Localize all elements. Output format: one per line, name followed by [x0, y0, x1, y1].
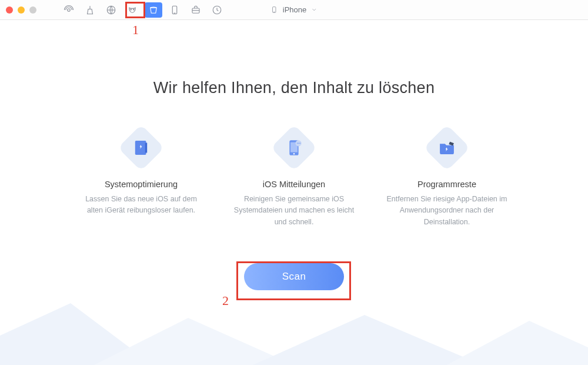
feature-desc: Reinigen Sie gemeinsame iOS Systemdateie… [229, 194, 359, 228]
brush-icon[interactable] [81, 2, 99, 18]
svg-point-2 [131, 9, 132, 10]
feature-desc: Entfernen Sie riesige App-Dateien im Anw… [382, 194, 512, 228]
feature-title: Programmreste [417, 180, 476, 189]
svg-point-18 [298, 143, 299, 144]
svg-rect-12 [145, 143, 147, 153]
globe-icon[interactable] [102, 2, 120, 18]
svg-point-3 [133, 9, 135, 10]
scan-area: Scan [0, 263, 588, 290]
svg-point-15 [293, 153, 295, 154]
feature-system-optimization: Systemoptimierung Lassen Sie das neue iO… [76, 131, 206, 228]
feature-ios-notifications: iOS Mitteilungen Reinigen Sie gemeinsame… [229, 131, 359, 228]
minimize-window-icon[interactable] [18, 6, 25, 14]
briefcase-icon[interactable] [187, 2, 205, 18]
airplay-icon[interactable] [60, 2, 78, 18]
chevron-down-icon [311, 6, 318, 13]
device-picker[interactable]: iPhone [270, 5, 318, 14]
main-content: Wir helfen Ihnen, den Inhalt zu löschen … [0, 20, 588, 365]
feature-icon-appfolder [423, 124, 470, 171]
feature-icon-phone [270, 124, 317, 171]
window-controls [6, 6, 36, 14]
svg-point-0 [68, 8, 71, 11]
toolbar-tabs [60, 2, 226, 18]
svg-point-19 [300, 143, 301, 144]
feature-desc: Lassen Sie das neue iOS auf dem alten iG… [76, 194, 206, 217]
feature-row: Systemoptimierung Lassen Sie das neue iO… [0, 131, 588, 228]
page-title: Wir helfen Ihnen, den Inhalt zu löschen [0, 79, 588, 97]
bucket-icon[interactable] [145, 2, 162, 18]
feature-program-remnants: Programmreste Entfernen Sie riesige App-… [382, 131, 512, 228]
mask-icon[interactable] [123, 2, 141, 18]
feature-icon-folder [118, 124, 164, 171]
close-window-icon[interactable] [6, 6, 13, 14]
svg-point-17 [297, 143, 298, 144]
feature-title: iOS Mitteilungen [263, 180, 325, 189]
device-picker-label: iPhone [283, 5, 306, 14]
decorative-mountains [0, 294, 588, 365]
device-small-icon [270, 6, 278, 14]
toolbar: iPhone [0, 0, 588, 20]
device-icon[interactable] [166, 2, 183, 18]
feature-title: Systemoptimierung [105, 180, 178, 189]
annotation-label-2: 2 [222, 293, 229, 308]
fullscreen-window-icon[interactable] [29, 6, 36, 14]
history-icon[interactable] [208, 2, 226, 18]
scan-button[interactable]: Scan [244, 263, 344, 290]
